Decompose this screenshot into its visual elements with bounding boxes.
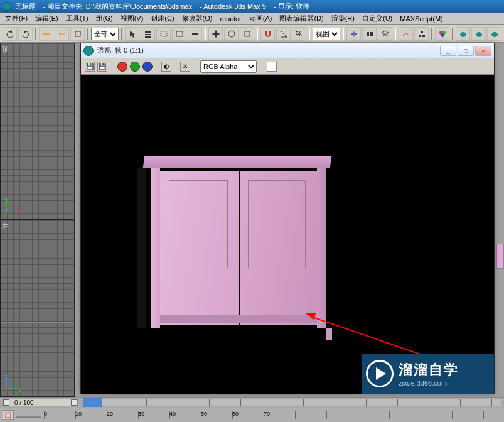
render-canvas[interactable]: 溜溜自学 zixue.3d66.com bbox=[81, 75, 494, 394]
menu-render[interactable]: 渲染(R) bbox=[328, 13, 358, 24]
align-icon bbox=[365, 30, 374, 38]
channel-blue-button[interactable] bbox=[142, 62, 153, 72]
redo-button[interactable] bbox=[18, 27, 33, 41]
menu-customize[interactable]: 自定义(U) bbox=[358, 13, 396, 24]
menu-views[interactable]: 视图(V) bbox=[117, 13, 147, 24]
app-icon bbox=[3, 2, 11, 11]
clear-button[interactable]: ✕ bbox=[180, 62, 190, 72]
separator bbox=[35, 28, 36, 40]
channel-green-button[interactable] bbox=[130, 62, 140, 72]
scale-button[interactable] bbox=[240, 27, 254, 41]
select-button[interactable] bbox=[125, 27, 139, 41]
list-icon bbox=[144, 30, 153, 38]
auto-key-button[interactable] bbox=[3, 410, 14, 420]
project-path: - 项目文件夹: D:\我的资料库\Documents\3dsmax bbox=[43, 2, 192, 11]
scrollbar-right-button[interactable] bbox=[71, 399, 77, 406]
preview-maximize-button[interactable]: □ bbox=[458, 46, 474, 56]
curve-editor-button[interactable] bbox=[399, 27, 413, 41]
filter-icon bbox=[191, 30, 200, 38]
svg-point-23 bbox=[476, 32, 482, 37]
move-icon bbox=[212, 30, 220, 38]
menu-graph[interactable]: 图表编辑器(D) bbox=[276, 13, 327, 24]
select-name-button[interactable] bbox=[141, 27, 155, 41]
svg-rect-0 bbox=[43, 33, 46, 35]
schematic-button[interactable] bbox=[414, 27, 429, 41]
snap-button[interactable] bbox=[260, 27, 275, 41]
window-crossing-button[interactable] bbox=[172, 27, 186, 41]
svg-point-22 bbox=[460, 32, 466, 37]
percent-snap-button[interactable]: % bbox=[292, 27, 306, 41]
timeline-scrollbar[interactable]: 0 / 100 bbox=[3, 399, 78, 406]
preview-app-icon bbox=[83, 46, 94, 56]
unlink-icon bbox=[58, 30, 67, 38]
app-titlebar: 无标题 - 项目文件夹: D:\我的资料库\Documents\3dsmax -… bbox=[0, 0, 504, 13]
render-last-button[interactable] bbox=[487, 27, 501, 41]
svg-rect-7 bbox=[145, 36, 151, 38]
monochrome-button[interactable]: ◐ bbox=[161, 62, 171, 72]
align-button[interactable] bbox=[362, 27, 377, 41]
color-swatch[interactable] bbox=[267, 62, 277, 72]
current-frame-marker[interactable]: 0 bbox=[83, 398, 102, 407]
reference-select[interactable]: 视图 bbox=[313, 28, 340, 40]
svg-text:y: y bbox=[18, 385, 22, 392]
time-slider[interactable] bbox=[16, 416, 41, 418]
preview-save-button[interactable]: 💾 bbox=[85, 62, 95, 72]
menu-group[interactable]: 组(G) bbox=[92, 13, 117, 24]
quick-render-button[interactable] bbox=[471, 27, 486, 41]
move-button[interactable] bbox=[208, 27, 223, 41]
app-name: - Autodesk 3ds Max 9 bbox=[200, 3, 266, 10]
teapot3-icon bbox=[490, 30, 499, 38]
right-panel-edge[interactable] bbox=[496, 244, 504, 269]
cabinet-shadow-left bbox=[146, 168, 151, 328]
viewport-top[interactable]: 顶 xyz bbox=[0, 43, 75, 220]
region-rect-button[interactable] bbox=[156, 27, 171, 41]
svg-rect-35 bbox=[6, 413, 11, 418]
main-toolbar: 全部 % 视图 bbox=[0, 25, 504, 43]
preview-close-button[interactable]: × bbox=[475, 46, 491, 56]
undo-button[interactable] bbox=[3, 27, 17, 41]
record-icon bbox=[4, 411, 13, 419]
menu-create[interactable]: 创建(C) bbox=[147, 13, 178, 24]
channel-red-button[interactable] bbox=[117, 62, 127, 72]
timeline-ruler[interactable]: 0 bbox=[83, 399, 501, 406]
preview-save-copy-button[interactable]: 💾 bbox=[97, 62, 107, 72]
menu-edit[interactable]: 编辑(E) bbox=[31, 13, 62, 24]
menu-animation[interactable]: 动画(A) bbox=[245, 13, 276, 24]
separator bbox=[121, 28, 122, 40]
separator bbox=[257, 28, 258, 40]
cabinet-gap-right bbox=[326, 168, 332, 328]
unlink-button[interactable] bbox=[55, 27, 69, 41]
mirror-button[interactable] bbox=[346, 27, 361, 41]
material-editor-button[interactable] bbox=[435, 27, 449, 41]
rotate-button[interactable] bbox=[224, 27, 239, 41]
layers-button[interactable] bbox=[378, 27, 392, 41]
horizon-line bbox=[1, 322, 74, 323]
tick-label: 30 bbox=[138, 411, 144, 417]
cabinet-door-right bbox=[240, 171, 317, 325]
svg-rect-17 bbox=[419, 35, 421, 37]
angle-snap-button[interactable] bbox=[276, 27, 291, 41]
render-scene-button[interactable] bbox=[456, 27, 470, 41]
separator bbox=[452, 28, 453, 40]
svg-rect-1 bbox=[46, 33, 50, 35]
menu-maxscript[interactable]: MAXScript(M) bbox=[396, 14, 446, 24]
menu-modifiers[interactable]: 修改器(O) bbox=[178, 13, 217, 24]
selection-scope-select[interactable]: 全部 bbox=[91, 28, 119, 40]
bind-button[interactable] bbox=[70, 27, 85, 41]
link-button[interactable] bbox=[39, 27, 53, 41]
svg-rect-16 bbox=[421, 31, 423, 33]
main-area: 顶 xyz 左 yzx 透视, 帧 0 (1:1) _ □ × 💾 💾 bbox=[0, 43, 504, 397]
scrollbar-left-button[interactable] bbox=[3, 399, 9, 406]
menu-reactor[interactable]: reactor bbox=[217, 14, 245, 24]
menu-file[interactable]: 文件(F) bbox=[1, 13, 31, 24]
menu-tools[interactable]: 工具(T) bbox=[62, 13, 92, 24]
filter-button[interactable] bbox=[188, 27, 202, 41]
preview-titlebar[interactable]: 透视, 帧 0 (1:1) _ □ × bbox=[81, 43, 494, 58]
magnet-icon bbox=[264, 30, 272, 38]
hierarchy-icon bbox=[417, 30, 426, 38]
tick-label: 50 bbox=[201, 411, 207, 417]
viewport-left[interactable]: 左 yzx bbox=[0, 220, 75, 397]
preview-minimize-button[interactable]: _ bbox=[440, 46, 456, 56]
scrollbar-track[interactable] bbox=[39, 399, 71, 406]
channel-select[interactable]: RGB Alpha bbox=[200, 60, 257, 73]
